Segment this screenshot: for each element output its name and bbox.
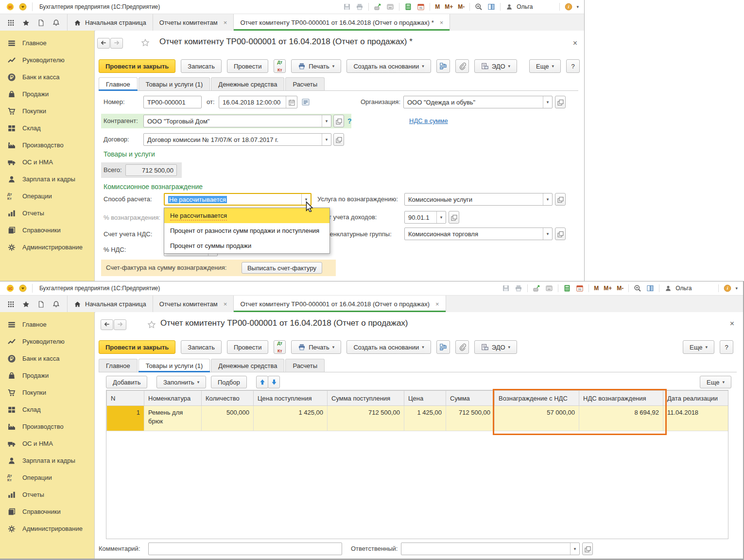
- column-header[interactable]: Дата реализации: [663, 391, 728, 406]
- chevron-down-icon[interactable]: ▾: [322, 134, 331, 145]
- print-button[interactable]: Печать▾: [291, 340, 341, 354]
- m-button[interactable]: M: [435, 3, 440, 10]
- help-button[interactable]: ?: [566, 59, 580, 73]
- chevron-down-icon[interactable]: ▾: [436, 211, 446, 223]
- calendar-icon[interactable]: 31: [576, 284, 584, 292]
- chevron-down-icon[interactable]: ▾: [543, 193, 552, 205]
- attachments-button[interactable]: [455, 340, 469, 354]
- notifications-icon[interactable]: [52, 19, 60, 26]
- zoom-icon[interactable]: [634, 284, 641, 292]
- sidebar-item-glavnoe[interactable]: Главное: [0, 35, 94, 52]
- contragent-help-icon[interactable]: ?: [347, 115, 352, 127]
- column-header[interactable]: НДС вознаграждения: [579, 391, 663, 406]
- tab-reports[interactable]: Отчеты комитентам ×: [153, 296, 234, 312]
- chevron-down-icon[interactable]: ▾: [322, 115, 331, 127]
- zoom-icon[interactable]: [475, 3, 483, 11]
- sidebar-item-rukovoditelyu[interactable]: Руководителю: [0, 52, 94, 69]
- tab-settlements[interactable]: Расчеты: [285, 77, 325, 90]
- column-header[interactable]: Номенклатура: [144, 391, 202, 406]
- main-menu-icon[interactable]: [19, 3, 27, 11]
- sidebar-item-pokupki[interactable]: Покупки: [0, 384, 94, 401]
- user-icon[interactable]: [505, 3, 513, 11]
- calendar-button[interactable]: [286, 96, 297, 108]
- income-account-combo[interactable]: 90.01.1 ▾: [404, 211, 446, 224]
- sidebar-item-administrirovanie[interactable]: Администрирование: [0, 520, 94, 537]
- tab-reports[interactable]: Отчеты комитентам ×: [153, 14, 234, 31]
- favorites-icon[interactable]: [22, 19, 30, 26]
- create-based-on-button[interactable]: Создать на основании▾: [346, 340, 431, 354]
- export-data-icon[interactable]: [533, 284, 540, 292]
- calculator-icon[interactable]: [404, 3, 412, 11]
- more-button[interactable]: Еще▾: [683, 340, 714, 354]
- favorites-icon[interactable]: [22, 300, 30, 308]
- post-button[interactable]: Провести: [227, 59, 269, 73]
- organization-combo[interactable]: ООО "Одежда и обувь" ▾: [403, 96, 553, 108]
- import-data-icon[interactable]: [545, 284, 553, 292]
- contract-open-button[interactable]: [333, 133, 344, 146]
- close-form-icon[interactable]: ×: [573, 39, 577, 47]
- table-cell[interactable]: 1: [107, 406, 144, 431]
- table-cell[interactable]: 712 500,00: [446, 406, 495, 431]
- sidebar-item-bank-kassa[interactable]: Банк и касса: [0, 69, 94, 86]
- add-row-button[interactable]: Добавить: [106, 376, 147, 388]
- tab-goods[interactable]: Товары и услуги (1): [138, 77, 210, 90]
- main-menu-icon[interactable]: [19, 284, 27, 292]
- back-button[interactable]: [101, 319, 113, 330]
- export-data-icon[interactable]: [374, 3, 381, 11]
- attachments-button[interactable]: [455, 59, 469, 73]
- sidebar-item-os-nma[interactable]: ОС и НМА: [0, 154, 94, 171]
- table-cell[interactable]: 1 425,00: [254, 406, 328, 431]
- post-button[interactable]: Провести: [227, 340, 269, 354]
- sidebar-item-sklad[interactable]: Склад: [0, 120, 94, 137]
- sidebar-item-operatsii[interactable]: ДтКтОперации: [0, 188, 94, 205]
- nds-link[interactable]: НДС в сумме: [409, 117, 448, 124]
- contragent-open-button[interactable]: [333, 115, 344, 127]
- nom-group-combo[interactable]: Комиссионная торговля ▾: [404, 228, 553, 240]
- tab-main[interactable]: Главное: [99, 359, 138, 372]
- table-cell[interactable]: 500,000: [202, 406, 254, 431]
- table-cell[interactable]: Ремень для брюк: [144, 406, 202, 431]
- calc-method-combo[interactable]: Не рассчитывается ▾: [164, 193, 311, 206]
- close-tab-icon[interactable]: ×: [435, 300, 439, 308]
- contragent-combo[interactable]: ООО "Торговый Дом" ▾: [143, 115, 331, 127]
- table-cell[interactable]: 11.04.2018: [663, 406, 728, 431]
- contract-combo[interactable]: Договор комиссии № 17/07/К от 18.07.2017…: [143, 133, 331, 146]
- save-button[interactable]: Записать: [181, 340, 222, 354]
- column-header[interactable]: N: [107, 391, 144, 406]
- sidebar-item-proizvodstvo[interactable]: Производство: [0, 418, 94, 435]
- import-data-icon[interactable]: [386, 3, 394, 11]
- column-header[interactable]: Цена: [404, 391, 446, 406]
- tab-main[interactable]: Главное: [99, 77, 138, 90]
- sidebar-item-spravochniki[interactable]: Справочники: [0, 503, 94, 520]
- notifications-icon[interactable]: [52, 300, 60, 308]
- edo-button[interactable]: ЭДО▾: [474, 59, 517, 73]
- calendar-icon[interactable]: 31: [417, 3, 425, 11]
- sidebar-item-otchety[interactable]: Отчеты: [0, 486, 94, 503]
- table-cell[interactable]: 57 000,00: [495, 406, 579, 431]
- m-plus-button[interactable]: M+: [604, 285, 612, 292]
- dropdown-option-selected[interactable]: Не рассчитывается: [164, 208, 329, 223]
- sidebar-item-operatsii[interactable]: ДтКтОперации: [0, 469, 94, 486]
- column-header[interactable]: Сумма: [446, 391, 495, 406]
- dropdown-option[interactable]: Процент от разности сумм продажи и посту…: [164, 223, 329, 238]
- calculator-icon[interactable]: [563, 284, 571, 292]
- split-view-icon[interactable]: [646, 284, 654, 292]
- m-minus-button[interactable]: M-: [617, 285, 623, 292]
- sidebar-item-os-nma[interactable]: ОС и НМА: [0, 435, 94, 452]
- table-cell[interactable]: 712 500,00: [328, 406, 404, 431]
- sidebar-item-zarplata-kadry[interactable]: Зарплата и кадры: [0, 171, 94, 188]
- chevron-down-icon[interactable]: ▾: [570, 543, 579, 555]
- help-button[interactable]: ?: [720, 340, 733, 354]
- info-icon[interactable]: i: [724, 284, 731, 292]
- info-icon[interactable]: i: [565, 3, 572, 11]
- column-header[interactable]: Вознаграждение с НДС: [495, 391, 579, 406]
- all-functions-icon[interactable]: [7, 300, 15, 308]
- sidebar-item-proizvodstvo[interactable]: Производство: [0, 137, 94, 154]
- m-plus-button[interactable]: M+: [445, 3, 453, 10]
- post-and-close-button[interactable]: Провести и закрыть: [99, 59, 175, 73]
- back-button[interactable]: [97, 38, 110, 49]
- history-icon[interactable]: [37, 19, 45, 26]
- print-button[interactable]: Печать▾: [291, 59, 341, 73]
- organization-open-button[interactable]: [555, 96, 566, 108]
- sidebar-item-prodazhi[interactable]: Продажи: [0, 86, 94, 103]
